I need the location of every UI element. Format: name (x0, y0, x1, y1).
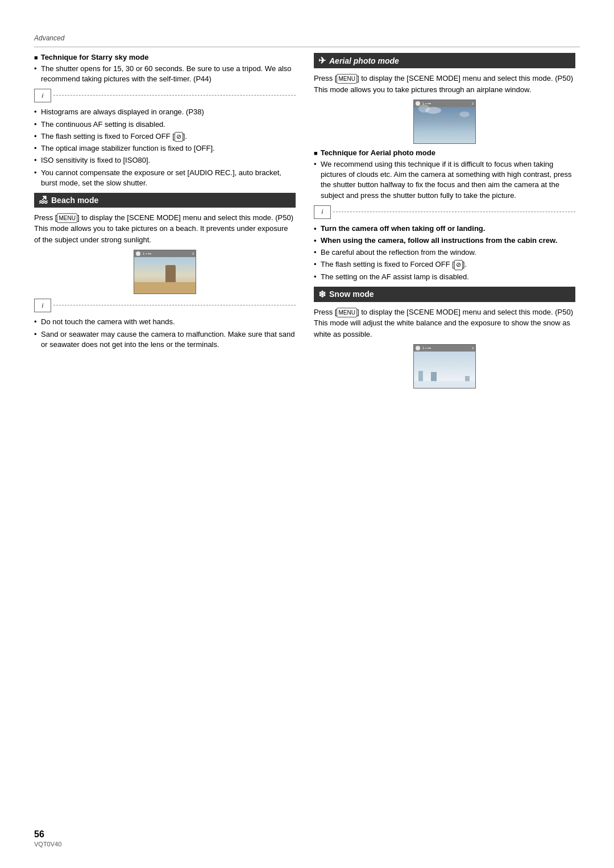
note-bullet-histograms: Histograms are always displayed in orang… (34, 107, 296, 117)
beach-mode-header: 🏖 Beach mode (34, 193, 296, 208)
flash-off-icon: ⊘ (175, 132, 183, 142)
bar-right: 3 (192, 252, 194, 255)
snow-ground (414, 381, 475, 388)
snow-icon: ❄ (318, 289, 326, 300)
starry-sky-technique-title: Technique for Starry sky mode (34, 53, 296, 61)
starry-sky-note-bullets: Histograms are always displayed in orang… (34, 107, 296, 188)
aerial-preview-content (414, 107, 475, 143)
aerial-note-4: The flash setting is fixed to Forced OFF… (314, 259, 575, 270)
aerial-note-5: The setting on the AF assist lamp is dis… (314, 272, 575, 282)
snow-bar-icon (416, 346, 420, 350)
aerial-technique-title: Technique for Aerial photo mode (314, 148, 575, 157)
aerial-preview-container: 1 ▪ ▪▪▪ 3 (314, 100, 575, 144)
beach-preview-content (134, 257, 196, 294)
snow-preview-container: 1 ▪ ▪▪▪ 3 (314, 344, 575, 388)
note-bullet-iso: ISO sensitivity is fixed to [ISO80]. (34, 155, 296, 166)
cloud-2 (425, 107, 441, 114)
page: Advanced Technique for Starry sky mode T… (0, 0, 614, 868)
beach-preview-container: 1 ▪ ▪▪▪ 3 (34, 250, 296, 294)
aerial-technique-1: We recommend using this technique if it … (314, 159, 575, 201)
aerial-note-bold-2: When using the camera, follow all instru… (314, 235, 575, 246)
cloud-3 (459, 111, 470, 117)
aerial-note-bold-1: Turn the camera off when taking off or l… (314, 224, 575, 234)
aerial-bar-right: 3 (472, 102, 474, 105)
bar-icon-1 (136, 251, 140, 256)
note-bullet-ois: The optical image stabilizer function is… (34, 143, 296, 154)
menu-icon-snow: MENU (337, 308, 356, 317)
model-number: VQT0V40 (34, 841, 61, 848)
note-bullet-af: The continuous AF setting is disabled. (34, 119, 296, 130)
beach-mode-title: Beach mode (51, 196, 98, 205)
aerial-note-bullets: Turn the camera off when taking off or l… (314, 224, 575, 282)
advanced-label: Advanced (34, 34, 580, 42)
aerial-icon: ✈ (318, 55, 326, 66)
section-divider (34, 47, 580, 47)
beach-icon: 🏖 (39, 195, 48, 205)
snow-preview-content (414, 352, 475, 388)
aerial-dashed-rule (333, 212, 575, 212)
beach-note-icon: i (34, 299, 51, 312)
aerial-preview-box: 1 ▪ ▪▪▪ 3 (413, 100, 476, 144)
beach-note-1: Do not touch the camera with wet hands. (34, 317, 296, 327)
snow-bar-text: 1 ▪ ▪▪▪ (422, 346, 431, 350)
starry-sky-bullets: The shutter opens for 15, 30 or 60 secon… (34, 64, 296, 84)
right-column: ✈ Aerial photo mode Press [MENU] to disp… (314, 53, 575, 393)
starry-sky-note-row: i (34, 89, 296, 102)
beach-dashed-rule (53, 305, 296, 305)
aerial-bar-icon (416, 101, 420, 106)
beach-note-2: Sand or seawater may cause the camera to… (34, 329, 296, 350)
aerial-technique-bullets: We recommend using this technique if it … (314, 159, 575, 201)
beach-note-row: i (34, 299, 296, 312)
snow-figure-1 (418, 371, 423, 381)
note-bullet-flash: The flash setting is fixed to Forced OFF… (34, 131, 296, 142)
aerial-mode-title: Aerial photo mode (329, 56, 399, 65)
aerial-note-icon: i (314, 205, 331, 219)
menu-icon-aerial: MENU (337, 74, 356, 84)
bar-text: 1 ▪ ▪▪▪ (143, 252, 151, 255)
aerial-flash-off-icon: ⊘ (454, 260, 463, 270)
aerial-note-3: Be careful about the reflection from the… (314, 247, 575, 258)
page-number: 56 (34, 829, 44, 840)
snow-body-text: Press [MENU] to display the [SCENE MODE]… (314, 307, 575, 340)
snow-bar-right: 3 (472, 346, 474, 350)
menu-icon-beach: MENU (57, 213, 77, 223)
starry-sky-dashed-rule (53, 95, 296, 96)
beach-sand (134, 282, 196, 294)
beach-preview-box: 1 ▪ ▪▪▪ 3 (134, 250, 196, 294)
beach-body-text: Press [MENU] to display the [SCENE MODE]… (34, 212, 296, 246)
note-bullet-exposure: You cannot compensate the exposure or se… (34, 168, 296, 188)
snow-mode-title: Snow mode (329, 290, 374, 299)
aerial-body-text: Press [MENU] to display the [SCENE MODE]… (314, 73, 575, 95)
two-column-layout: Technique for Starry sky mode The shutte… (34, 53, 580, 393)
snow-preview-topbar: 1 ▪ ▪▪▪ 3 (414, 345, 475, 352)
starry-sky-note-icon: i (34, 89, 51, 102)
aerial-mode-header: ✈ Aerial photo mode (314, 53, 575, 68)
beach-note-bullets: Do not touch the camera with wet hands. … (34, 317, 296, 350)
snow-mode-header: ❄ Snow mode (314, 287, 575, 302)
beach-preview-topbar: 1 ▪ ▪▪▪ 3 (134, 250, 196, 257)
starry-sky-bullet-1: The shutter opens for 15, 30 or 60 secon… (34, 64, 296, 84)
snow-preview-box: 1 ▪ ▪▪▪ 3 (413, 344, 476, 388)
left-column: Technique for Starry sky mode The shutte… (34, 53, 296, 393)
aerial-note-row: i (314, 205, 575, 219)
